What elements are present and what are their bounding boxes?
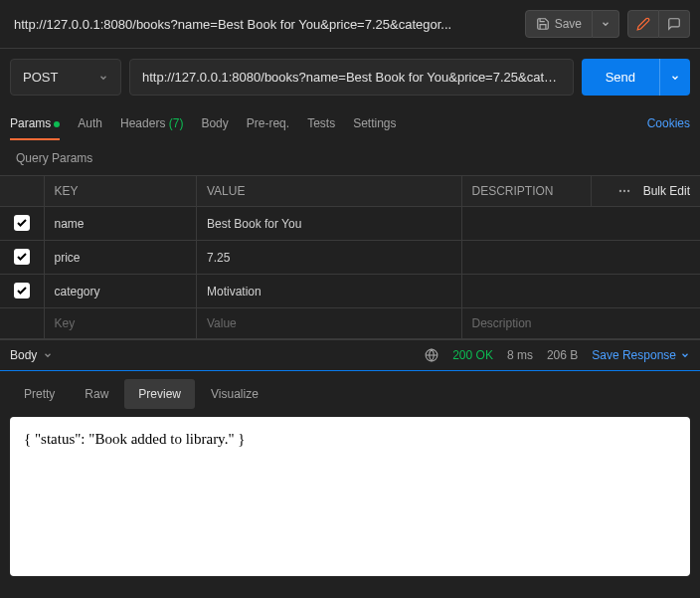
query-params-title: Query Params	[0, 141, 700, 175]
chevron-down-icon	[43, 350, 53, 360]
globe-icon	[425, 348, 438, 362]
tab-params[interactable]: Params	[10, 106, 60, 140]
param-key[interactable]: category	[44, 275, 196, 308]
tab-auth[interactable]: Auth	[78, 106, 102, 140]
pencil-icon	[636, 17, 650, 31]
param-value-input[interactable]: Value	[196, 308, 461, 339]
tab-settings[interactable]: Settings	[353, 106, 396, 140]
tab-headers-count: (7)	[169, 116, 184, 130]
save-icon	[536, 17, 550, 31]
response-body-label: Body	[10, 348, 37, 362]
svg-point-0	[618, 190, 620, 192]
table-row-new: Key Value Description	[0, 308, 700, 339]
svg-point-2	[627, 190, 629, 192]
param-value[interactable]: Motivation	[196, 275, 461, 308]
view-tab-visualize[interactable]: Visualize	[197, 379, 272, 409]
view-tab-pretty[interactable]: Pretty	[10, 379, 69, 409]
cookies-link[interactable]: Cookies	[647, 116, 690, 130]
chevron-down-icon	[601, 19, 611, 29]
param-key-input[interactable]: Key	[44, 308, 196, 339]
view-tab-preview[interactable]: Preview	[124, 379, 195, 409]
response-preview: { "status": "Book added to library." }	[10, 417, 690, 576]
chevron-down-icon	[670, 73, 680, 83]
chevron-down-icon	[680, 350, 690, 360]
save-response-button[interactable]: Save Response	[592, 348, 690, 362]
response-size: 206 B	[547, 348, 578, 362]
tab-headers-label: Headers	[120, 116, 165, 130]
table-row: category Motivation	[0, 275, 700, 308]
more-icon	[617, 184, 631, 198]
param-description[interactable]	[461, 275, 700, 308]
params-table: KEY VALUE DESCRIPTION Bulk Edit name Bes…	[0, 175, 700, 339]
more-columns-button[interactable]	[617, 184, 631, 198]
save-label: Save	[555, 17, 582, 31]
col-key: KEY	[44, 176, 196, 207]
tab-body[interactable]: Body	[201, 106, 228, 140]
comment-mode-button[interactable]	[659, 10, 690, 38]
col-description: DESCRIPTION	[461, 176, 591, 207]
view-tab-raw[interactable]: Raw	[71, 379, 122, 409]
svg-point-1	[622, 190, 624, 192]
param-description[interactable]	[461, 241, 700, 275]
tab-params-label: Params	[10, 116, 51, 130]
network-icon[interactable]	[425, 348, 438, 362]
tab-tests[interactable]: Tests	[307, 106, 335, 140]
bulk-edit-button[interactable]: Bulk Edit	[643, 184, 690, 198]
table-row: price 7.25	[0, 241, 700, 275]
param-description-input[interactable]: Description	[461, 308, 700, 339]
row-checkbox[interactable]	[14, 215, 30, 231]
param-key[interactable]: name	[44, 207, 196, 241]
save-button[interactable]: Save	[525, 10, 593, 38]
tab-prereq[interactable]: Pre-req.	[247, 106, 289, 140]
response-body-dropdown[interactable]: Body	[10, 348, 53, 362]
edit-mode-button[interactable]	[627, 10, 659, 38]
table-row: name Best Book for You	[0, 207, 700, 241]
col-value: VALUE	[196, 176, 461, 207]
params-dirty-dot	[54, 121, 60, 127]
http-method-select[interactable]: POST	[10, 59, 121, 96]
response-time: 8 ms	[507, 348, 533, 362]
response-status: 200 OK	[452, 348, 493, 362]
row-checkbox[interactable]	[14, 249, 30, 265]
param-value[interactable]: Best Book for You	[196, 207, 461, 241]
http-method-value: POST	[23, 70, 58, 85]
url-input[interactable]: http://127.0.0.1:8080/books?name=Best Bo…	[129, 59, 574, 96]
save-dropdown[interactable]	[593, 10, 619, 38]
param-key[interactable]: price	[44, 241, 196, 275]
param-value[interactable]: 7.25	[196, 241, 461, 275]
request-tab-title: http://127.0.0.1:8080/books?name=Best Bo…	[10, 17, 517, 32]
tab-headers[interactable]: Headers (7)	[120, 106, 183, 140]
param-description[interactable]	[461, 207, 700, 241]
send-dropdown[interactable]	[659, 59, 690, 96]
chevron-down-icon	[98, 73, 108, 83]
send-button[interactable]: Send	[582, 59, 659, 96]
comment-icon	[667, 17, 681, 31]
view-mode-group	[627, 10, 690, 38]
row-checkbox[interactable]	[14, 283, 30, 299]
save-button-group: Save	[525, 10, 619, 38]
